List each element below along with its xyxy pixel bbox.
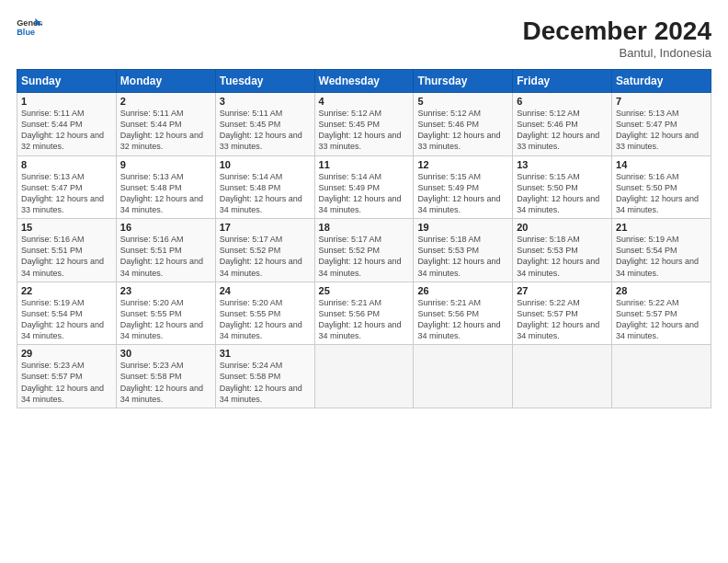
sunset-label: Sunset: 5:54 PM bbox=[616, 246, 677, 255]
calendar-cell: 27 Sunrise: 5:22 AM Sunset: 5:57 PM Dayl… bbox=[513, 282, 612, 345]
day-info: Sunrise: 5:21 AM Sunset: 5:56 PM Dayligh… bbox=[319, 297, 410, 342]
calendar-cell bbox=[612, 345, 711, 408]
daylight-label: Daylight: 12 hours and 34 minutes. bbox=[220, 257, 302, 277]
sunrise-label: Sunrise: 5:12 AM bbox=[319, 109, 382, 118]
sunrise-label: Sunrise: 5:13 AM bbox=[21, 172, 85, 181]
sunrise-label: Sunrise: 5:13 AM bbox=[120, 172, 184, 181]
sunrise-label: Sunrise: 5:23 AM bbox=[120, 361, 184, 370]
sunrise-label: Sunrise: 5:16 AM bbox=[21, 235, 85, 244]
sunrise-label: Sunrise: 5:15 AM bbox=[417, 172, 481, 181]
day-number: 23 bbox=[120, 285, 211, 296]
day-info: Sunrise: 5:16 AM Sunset: 5:51 PM Dayligh… bbox=[21, 234, 112, 279]
calendar-cell bbox=[414, 345, 513, 408]
sunset-label: Sunset: 5:44 PM bbox=[120, 120, 182, 129]
sunset-label: Sunset: 5:51 PM bbox=[21, 246, 83, 255]
day-info: Sunrise: 5:18 AM Sunset: 5:53 PM Dayligh… bbox=[417, 234, 508, 279]
day-number: 12 bbox=[417, 159, 508, 170]
day-info: Sunrise: 5:14 AM Sunset: 5:48 PM Dayligh… bbox=[220, 171, 311, 216]
calendar-cell: 16 Sunrise: 5:16 AM Sunset: 5:51 PM Dayl… bbox=[116, 219, 215, 282]
day-info: Sunrise: 5:15 AM Sunset: 5:50 PM Dayligh… bbox=[517, 171, 608, 216]
sunrise-label: Sunrise: 5:12 AM bbox=[417, 109, 481, 118]
calendar-cell: 31 Sunrise: 5:24 AM Sunset: 5:58 PM Dayl… bbox=[215, 345, 314, 408]
calendar-cell: 18 Sunrise: 5:17 AM Sunset: 5:52 PM Dayl… bbox=[314, 219, 414, 282]
calendar-cell: 4 Sunrise: 5:12 AM Sunset: 5:45 PM Dayli… bbox=[314, 93, 414, 156]
sunrise-label: Sunrise: 5:17 AM bbox=[220, 235, 283, 244]
day-number: 13 bbox=[517, 159, 608, 170]
col-thursday: Thursday bbox=[414, 70, 513, 93]
sunrise-label: Sunrise: 5:16 AM bbox=[120, 235, 184, 244]
day-info: Sunrise: 5:14 AM Sunset: 5:49 PM Dayligh… bbox=[319, 171, 410, 216]
sunrise-label: Sunrise: 5:11 AM bbox=[220, 109, 283, 118]
sunset-label: Sunset: 5:52 PM bbox=[220, 246, 281, 255]
calendar-row: 8 Sunrise: 5:13 AM Sunset: 5:47 PM Dayli… bbox=[17, 155, 711, 219]
sunset-label: Sunset: 5:48 PM bbox=[120, 183, 182, 192]
sunrise-label: Sunrise: 5:19 AM bbox=[21, 298, 85, 307]
sunset-label: Sunset: 5:45 PM bbox=[220, 120, 281, 129]
sunrise-label: Sunrise: 5:12 AM bbox=[517, 109, 580, 118]
calendar-cell: 6 Sunrise: 5:12 AM Sunset: 5:46 PM Dayli… bbox=[513, 93, 612, 156]
day-number: 2 bbox=[120, 96, 211, 107]
day-info: Sunrise: 5:19 AM Sunset: 5:54 PM Dayligh… bbox=[21, 297, 112, 342]
sunrise-label: Sunrise: 5:18 AM bbox=[517, 235, 580, 244]
calendar-header-row: Sunday Monday Tuesday Wednesday Thursday… bbox=[17, 70, 711, 93]
calendar-cell: 24 Sunrise: 5:20 AM Sunset: 5:55 PM Dayl… bbox=[215, 282, 314, 345]
daylight-label: Daylight: 12 hours and 34 minutes. bbox=[120, 384, 203, 404]
day-info: Sunrise: 5:15 AM Sunset: 5:49 PM Dayligh… bbox=[417, 171, 508, 216]
day-number: 18 bbox=[319, 222, 410, 233]
calendar-cell: 17 Sunrise: 5:17 AM Sunset: 5:52 PM Dayl… bbox=[215, 219, 314, 282]
day-number: 21 bbox=[616, 222, 707, 233]
day-number: 27 bbox=[517, 285, 608, 296]
day-number: 26 bbox=[417, 285, 508, 296]
day-info: Sunrise: 5:13 AM Sunset: 5:48 PM Dayligh… bbox=[120, 171, 211, 216]
calendar-cell: 9 Sunrise: 5:13 AM Sunset: 5:48 PM Dayli… bbox=[116, 155, 215, 219]
page: General Blue December 2024 Bantul, Indon… bbox=[0, 0, 728, 563]
day-number: 31 bbox=[220, 348, 311, 359]
sunset-label: Sunset: 5:55 PM bbox=[220, 309, 281, 318]
day-info: Sunrise: 5:16 AM Sunset: 5:51 PM Dayligh… bbox=[120, 234, 211, 279]
calendar-cell: 26 Sunrise: 5:21 AM Sunset: 5:56 PM Dayl… bbox=[414, 282, 513, 345]
day-number: 19 bbox=[417, 222, 508, 233]
daylight-label: Daylight: 12 hours and 34 minutes. bbox=[417, 257, 500, 277]
daylight-label: Daylight: 12 hours and 34 minutes. bbox=[417, 194, 500, 214]
sunset-label: Sunset: 5:56 PM bbox=[417, 309, 479, 318]
day-number: 30 bbox=[120, 348, 211, 359]
daylight-label: Daylight: 12 hours and 32 minutes. bbox=[120, 131, 203, 151]
daylight-label: Daylight: 12 hours and 33 minutes. bbox=[517, 131, 599, 151]
day-number: 16 bbox=[120, 222, 211, 233]
day-number: 10 bbox=[220, 159, 311, 170]
day-number: 25 bbox=[319, 285, 410, 296]
day-number: 29 bbox=[21, 348, 112, 359]
day-info: Sunrise: 5:23 AM Sunset: 5:58 PM Dayligh… bbox=[120, 360, 211, 405]
sunset-label: Sunset: 5:50 PM bbox=[517, 183, 578, 192]
daylight-label: Daylight: 12 hours and 34 minutes. bbox=[319, 257, 402, 277]
sunset-label: Sunset: 5:44 PM bbox=[21, 120, 83, 129]
day-info: Sunrise: 5:22 AM Sunset: 5:57 PM Dayligh… bbox=[616, 297, 707, 342]
day-info: Sunrise: 5:20 AM Sunset: 5:55 PM Dayligh… bbox=[120, 297, 211, 342]
sunrise-label: Sunrise: 5:22 AM bbox=[616, 298, 679, 307]
daylight-label: Daylight: 12 hours and 34 minutes. bbox=[417, 320, 500, 340]
day-number: 7 bbox=[616, 96, 707, 107]
daylight-label: Daylight: 12 hours and 34 minutes. bbox=[21, 257, 104, 277]
calendar-cell bbox=[314, 345, 414, 408]
sunrise-label: Sunrise: 5:21 AM bbox=[417, 298, 481, 307]
daylight-label: Daylight: 12 hours and 34 minutes. bbox=[616, 194, 699, 214]
day-number: 22 bbox=[21, 285, 112, 296]
daylight-label: Daylight: 12 hours and 34 minutes. bbox=[120, 320, 203, 340]
sunrise-label: Sunrise: 5:24 AM bbox=[220, 361, 283, 370]
sunset-label: Sunset: 5:47 PM bbox=[616, 120, 677, 129]
sunrise-label: Sunrise: 5:21 AM bbox=[319, 298, 382, 307]
calendar-cell: 1 Sunrise: 5:11 AM Sunset: 5:44 PM Dayli… bbox=[17, 93, 117, 156]
daylight-label: Daylight: 12 hours and 33 minutes. bbox=[220, 131, 302, 151]
title-block: December 2024 Bantul, Indonesia bbox=[523, 17, 711, 60]
day-info: Sunrise: 5:17 AM Sunset: 5:52 PM Dayligh… bbox=[319, 234, 410, 279]
day-info: Sunrise: 5:12 AM Sunset: 5:46 PM Dayligh… bbox=[517, 108, 608, 153]
sunset-label: Sunset: 5:49 PM bbox=[319, 183, 381, 192]
calendar-cell: 25 Sunrise: 5:21 AM Sunset: 5:56 PM Dayl… bbox=[314, 282, 414, 345]
sunset-label: Sunset: 5:56 PM bbox=[319, 309, 381, 318]
day-number: 1 bbox=[21, 96, 112, 107]
daylight-label: Daylight: 12 hours and 34 minutes. bbox=[120, 257, 203, 277]
daylight-label: Daylight: 12 hours and 32 minutes. bbox=[21, 131, 104, 151]
day-info: Sunrise: 5:11 AM Sunset: 5:44 PM Dayligh… bbox=[120, 108, 211, 153]
calendar-row: 1 Sunrise: 5:11 AM Sunset: 5:44 PM Dayli… bbox=[17, 93, 711, 156]
calendar-cell: 13 Sunrise: 5:15 AM Sunset: 5:50 PM Dayl… bbox=[513, 155, 612, 219]
